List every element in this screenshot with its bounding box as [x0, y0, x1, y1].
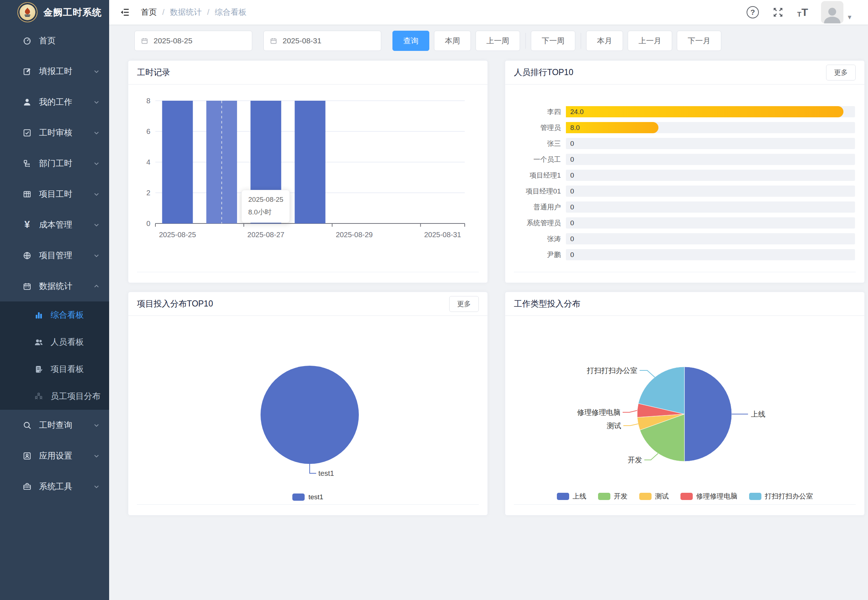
- legend-item[interactable]: 打扫打扫办公室: [749, 492, 813, 501]
- sidebar-item-label: 数据统计: [39, 280, 93, 292]
- rank-label: 系统管理员: [514, 218, 561, 228]
- submenu-data-statistics: 综合看板 人员看板: [0, 302, 109, 410]
- hours-bar-chart[interactable]: 024682025-08-252025-08-272025-08-292025-…: [128, 85, 488, 254]
- rank-row[interactable]: 尹鹏0: [514, 249, 855, 260]
- sidebar-item-project-board[interactable]: 项目看板: [0, 356, 109, 383]
- panel-footer-divider: [514, 272, 856, 272]
- bar[interactable]: [162, 101, 193, 223]
- project-pie-more-button[interactable]: 更多: [449, 296, 479, 312]
- sidebar-item-home[interactable]: 首页: [0, 25, 109, 56]
- y-axis-tick-label: 6: [146, 127, 150, 135]
- sidebar-item-hours-query[interactable]: 工时查询: [0, 410, 109, 441]
- rank-track: 0: [566, 217, 855, 229]
- text-size-icon[interactable]: TT: [797, 7, 808, 18]
- sidebar-item-project-management[interactable]: 项目管理: [0, 240, 109, 271]
- end-date-input[interactable]: 2025-08-31: [263, 31, 381, 51]
- chevron-down-icon: [93, 99, 100, 105]
- rank-row[interactable]: 一个员工0: [514, 154, 855, 165]
- help-icon[interactable]: ?: [746, 6, 759, 18]
- worktype-pie-legend: 上线开发测试修理修理电脑打扫打扫办公室: [505, 492, 864, 501]
- rank-row[interactable]: 系统管理员0: [514, 217, 855, 229]
- pie-slice[interactable]: [684, 367, 732, 461]
- chevron-down-icon: [93, 68, 100, 75]
- sidebar-item-label: 工时审核: [39, 127, 93, 138]
- topbar: 首页 / 数据统计 / 综合看板 ? TT: [109, 0, 868, 24]
- sidebar-item-overview-board[interactable]: 综合看板: [0, 302, 109, 329]
- chevron-up-icon: [93, 283, 100, 289]
- legend-item[interactable]: 修理修理电脑: [681, 492, 737, 501]
- sidebar-item-system-tools[interactable]: 系统工具: [0, 471, 109, 502]
- rank-row[interactable]: 项目经理10: [514, 170, 855, 181]
- rank-track: 24.0: [566, 106, 855, 117]
- this-week-button[interactable]: 本周: [434, 31, 471, 51]
- rank-label: 尹鹏: [514, 250, 561, 259]
- rank-row[interactable]: 管理员8.0: [514, 122, 855, 133]
- sidebar-item-data-statistics[interactable]: 数据统计: [0, 271, 109, 302]
- legend-label: 测试: [655, 492, 669, 501]
- rank-label: 一个员工: [514, 155, 561, 164]
- this-month-button[interactable]: 本月: [586, 31, 623, 51]
- legend-item[interactable]: 上线: [557, 492, 587, 501]
- filter-row: 2025-08-25 2025-08-31 查询 本周 上一周 下一周 本月: [134, 31, 865, 51]
- rank-label: 项目经理01: [514, 186, 561, 196]
- sidebar-item-label: 项目管理: [39, 250, 93, 261]
- app-settings-icon: [21, 451, 33, 461]
- rank-value: 0: [570, 186, 574, 197]
- prev-month-button[interactable]: 上一月: [628, 31, 672, 51]
- rank-list: 李四24.0管理员8.0张三0一个员工0项目经理10项目经理010普通用户0系统…: [505, 85, 864, 260]
- next-week-button[interactable]: 下一周: [531, 31, 575, 51]
- sidebar-item-fill-hours[interactable]: 填报工时: [0, 56, 109, 86]
- users-icon: [33, 338, 44, 347]
- rank-bar[interactable]: [566, 106, 844, 117]
- legend-item[interactable]: test1: [292, 493, 323, 501]
- sidebar-item-label: 填报工时: [39, 66, 93, 77]
- sidebar-item-people-board[interactable]: 人员看板: [0, 329, 109, 356]
- sidebar-item-label: 综合看板: [50, 309, 100, 321]
- avatar[interactable]: [821, 1, 844, 23]
- next-month-button[interactable]: 下一月: [677, 31, 721, 51]
- hours-record-chart-area: 024682025-08-252025-08-272025-08-292025-…: [128, 85, 488, 282]
- start-date-input[interactable]: 2025-08-25: [134, 31, 252, 51]
- breadcrumb-home[interactable]: 首页: [141, 7, 157, 18]
- pie-slice[interactable]: [260, 366, 359, 464]
- rank-row[interactable]: 张三0: [514, 138, 855, 149]
- prev-week-button[interactable]: 上一周: [476, 31, 520, 51]
- sidebar-menu: 首页 填报工时 我的工作: [0, 25, 109, 502]
- panel-title: 工时记录: [137, 67, 170, 78]
- query-button[interactable]: 查询: [392, 31, 429, 51]
- bar[interactable]: [251, 101, 281, 223]
- end-date-value: 2025-08-31: [283, 36, 321, 45]
- calendar-icon: [269, 37, 278, 45]
- panel-header: 工时记录: [128, 61, 488, 85]
- project-pie-legend: test1: [128, 493, 488, 501]
- pie-slice-label: test1: [318, 469, 334, 477]
- panel-worktype-pie: 工作类型投入分布 上线开发测试修理修理电脑打扫打扫办公室 上线开发测试修理修理电…: [505, 292, 865, 515]
- sidebar-item-department-hours[interactable]: 部门工时: [0, 148, 109, 179]
- worktype-pie-chart[interactable]: 上线开发测试修理修理电脑打扫打扫办公室: [505, 316, 865, 478]
- rank-row[interactable]: 项目经理010: [514, 186, 855, 197]
- rank-label: 普通用户: [514, 203, 561, 212]
- sidebar-item-employee-project-distribution[interactable]: 员工项目分布: [0, 383, 109, 410]
- chevron-down-icon: [93, 483, 100, 490]
- sidebar-item-hours-review[interactable]: 工时审核: [0, 117, 109, 148]
- sidebar-item-app-settings[interactable]: 应用设置: [0, 441, 109, 471]
- legend-item[interactable]: 测试: [639, 492, 669, 501]
- sidebar-item-project-hours[interactable]: 项目工时: [0, 179, 109, 209]
- panel-footer-divider: [137, 272, 479, 272]
- legend-item[interactable]: 开发: [598, 492, 628, 501]
- rank-row[interactable]: 张涛0: [514, 233, 855, 244]
- worktype-pie-chart-area: 上线开发测试修理修理电脑打扫打扫办公室 上线开发测试修理修理电脑打扫打扫办公室: [505, 316, 864, 515]
- caret-down-icon[interactable]: ▾: [848, 13, 851, 21]
- rank-row[interactable]: 普通用户0: [514, 202, 855, 213]
- sidebar-collapse-icon[interactable]: [119, 7, 130, 18]
- rank-row[interactable]: 李四24.0: [514, 106, 855, 117]
- legend-swatch-icon: [292, 494, 305, 501]
- panel-header: 人员排行TOP10 更多: [505, 61, 864, 85]
- bar[interactable]: [295, 101, 325, 223]
- fullscreen-icon[interactable]: [772, 6, 784, 18]
- sidebar-item-cost-management[interactable]: ¥ 成本管理: [0, 209, 109, 240]
- project-pie-chart[interactable]: test1: [128, 316, 488, 482]
- people-rank-more-button[interactable]: 更多: [826, 65, 856, 80]
- sidebar-item-my-work[interactable]: 我的工作: [0, 86, 109, 117]
- rank-track: 0: [566, 202, 855, 213]
